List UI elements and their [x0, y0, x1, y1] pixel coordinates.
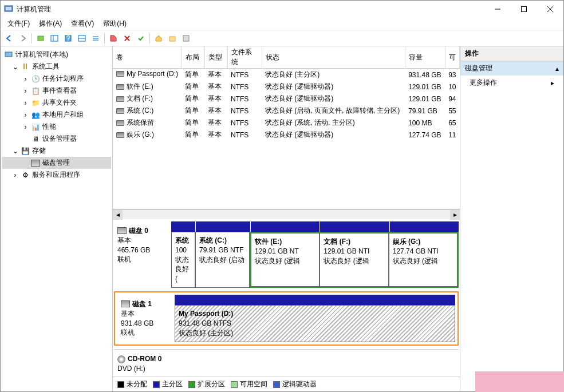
computer-icon	[4, 50, 13, 60]
tree-scheduler[interactable]: › 🕒 任务计划程序	[2, 73, 111, 85]
partition-e[interactable]: 软件 (E:) 129.01 GB NT 状态良好 (逻辑	[251, 233, 320, 287]
cdrom-info: CD-ROM 0 DVD (H:)	[114, 350, 171, 377]
actions-header: 操作	[460, 46, 563, 61]
tree-local-users[interactable]: › 👥 本地用户和组	[2, 109, 111, 121]
svg-rect-20	[5, 52, 12, 57]
col-capacity[interactable]: 容量	[405, 46, 445, 69]
volume-row[interactable]: 系统 (C:)简单基本NTFS状态良好 (启动, 页面文件, 故障转储, 主分区…	[113, 105, 460, 117]
legend-free-swatch	[231, 381, 238, 388]
settings-button[interactable]	[180, 32, 192, 45]
folder-button[interactable]	[166, 32, 179, 45]
tag-button[interactable]	[107, 32, 120, 45]
home-button[interactable]	[152, 32, 165, 45]
tree-services[interactable]: › ⚙ 服务和应用程序	[2, 169, 111, 181]
list-button[interactable]	[89, 32, 102, 45]
device-icon: 🖥	[31, 134, 40, 144]
disk-icon	[117, 227, 127, 234]
legend-unalloc-swatch	[117, 381, 124, 388]
volume-row[interactable]: 系统保留简单基本NTFS状态良好 (系统, 活动, 主分区)100 MB65	[113, 117, 460, 129]
partition-c[interactable]: 系统 (C:) 79.91 GB NTF 状态良好 (启动	[195, 232, 250, 288]
volume-row[interactable]: My Passport (D:)简单基本NTFS状态良好 (主分区)931.48…	[113, 69, 460, 81]
expand-icon[interactable]: ›	[22, 88, 29, 94]
tree-event-viewer[interactable]: › 📋 事件查看器	[2, 85, 111, 97]
volume-icon	[116, 120, 124, 126]
help-icon[interactable]: ?	[62, 32, 74, 45]
svg-rect-7	[51, 35, 58, 41]
volume-icon	[116, 96, 124, 102]
col-free[interactable]: 可	[445, 46, 459, 69]
volume-icon	[116, 108, 124, 114]
svg-rect-3	[522, 7, 527, 12]
partition-system-reserved[interactable]: 系统 100 状态良好 (	[171, 232, 195, 288]
disk-1-row[interactable]: 磁盘 1 基本 931.48 GB 联机 My Passport (D:) 93…	[114, 291, 459, 346]
view-toggle-button[interactable]	[76, 32, 88, 45]
maximize-button[interactable]	[511, 1, 537, 18]
disk-1-info: 磁盘 1 基本 931.48 GB 联机	[117, 295, 175, 342]
up-button[interactable]	[34, 32, 47, 45]
tree-system-tools[interactable]: ⌄ 系统工具	[2, 61, 111, 73]
partition-f[interactable]: 文档 (F:) 129.01 GB NTI 状态良好 (逻辑	[320, 233, 388, 287]
panel-button[interactable]	[48, 32, 61, 45]
menu-action[interactable]: 操作(A)	[34, 18, 66, 30]
col-layout[interactable]: 布局	[182, 46, 204, 69]
legend-ext-swatch	[188, 381, 195, 388]
collapse-icon[interactable]: ⌄	[12, 148, 18, 154]
volume-row[interactable]: 娱乐 (G:)简单基本NTFS状态良好 (逻辑驱动器)127.74 GB11	[113, 129, 460, 141]
tree-root[interactable]: 计算机管理(本地)	[2, 49, 111, 61]
menubar: 文件(F) 操作(A) 查看(V) 帮助(H)	[1, 18, 563, 30]
menu-help[interactable]: 帮助(H)	[98, 18, 131, 30]
menu-view[interactable]: 查看(V)	[66, 18, 98, 30]
expand-icon[interactable]: ›	[22, 124, 29, 130]
services-icon: ⚙	[21, 171, 30, 180]
table-scrollbar[interactable]: ◂ ▸	[113, 209, 460, 219]
forward-button[interactable]	[17, 32, 29, 45]
expand-icon[interactable]: ›	[22, 76, 29, 82]
tree-disk-management[interactable]: 磁盘管理	[2, 157, 111, 169]
svg-rect-18	[169, 37, 175, 41]
tree-performance[interactable]: › 📊 性能	[2, 121, 111, 133]
action-disk-management[interactable]: 磁盘管理 ▴	[460, 61, 563, 76]
partition-d[interactable]: My Passport (D:) 931.48 GB NTFS 状态良好 (主分…	[175, 305, 455, 342]
collapse-icon[interactable]: ⌄	[12, 64, 18, 70]
svg-rect-1	[6, 7, 11, 10]
cdrom-row[interactable]: CD-ROM 0 DVD (H:)	[114, 349, 459, 377]
back-button[interactable]	[3, 32, 15, 45]
disk-0-row[interactable]: 磁盘 0 基本 465.76 GB 联机 系统	[114, 221, 459, 288]
tree-storage[interactable]: ⌄ 💾 存储	[2, 145, 111, 157]
scroll-left-button[interactable]: ◂	[113, 210, 123, 220]
delete-button[interactable]	[121, 32, 133, 45]
actions-panel: 操作 磁盘管理 ▴ 更多操作 ▸	[460, 46, 563, 391]
tree-shared-folders[interactable]: › 📁 共享文件夹	[2, 97, 111, 109]
minimize-button[interactable]	[484, 1, 511, 18]
overlay-block	[475, 371, 564, 392]
svg-rect-6	[38, 36, 44, 41]
tools-icon	[21, 62, 30, 72]
tree-device-manager[interactable]: 🖥 设备管理器	[2, 133, 111, 145]
perf-icon: 📊	[31, 122, 40, 132]
users-icon: 👥	[31, 110, 40, 120]
col-status[interactable]: 状态	[262, 46, 405, 69]
chevron-right-icon: ▸	[551, 79, 554, 87]
action-more[interactable]: 更多操作 ▸	[460, 76, 563, 90]
col-volume[interactable]: 卷	[113, 46, 182, 69]
tree-panel: 计算机管理(本地) ⌄ 系统工具 › 🕒 任务计划程序 › 📋 事件查看器 › …	[1, 46, 113, 391]
legend-primary-swatch	[153, 381, 160, 388]
check-button[interactable]	[135, 32, 147, 45]
close-button[interactable]	[537, 1, 563, 18]
cd-icon	[117, 355, 125, 363]
volume-row[interactable]: 软件 (E:)简单基本NTFS状态良好 (逻辑驱动器)129.01 GB10	[113, 81, 460, 93]
disk-0-info: 磁盘 0 基本 465.76 GB 联机	[114, 221, 171, 288]
expand-icon[interactable]: ›	[22, 112, 29, 118]
expand-icon[interactable]: ›	[12, 172, 18, 178]
col-fs[interactable]: 文件系统	[227, 46, 262, 69]
collapse-icon: ▴	[555, 65, 559, 73]
scroll-right-button[interactable]: ▸	[450, 210, 460, 220]
volume-icon	[116, 132, 124, 138]
volume-row[interactable]: 文档 (F:)简单基本NTFS状态良好 (逻辑驱动器)129.01 GB94	[113, 93, 460, 105]
menu-file[interactable]: 文件(F)	[3, 18, 34, 30]
partition-g[interactable]: 娱乐 (G:) 127.74 GB NTI 状态良好 (逻辑	[389, 233, 457, 287]
legend: 未分配 主分区 扩展分区 可用空间 逻辑驱动器	[113, 377, 460, 391]
toolbar: ?	[1, 30, 563, 46]
expand-icon[interactable]: ›	[22, 100, 29, 106]
col-type[interactable]: 类型	[204, 46, 227, 69]
